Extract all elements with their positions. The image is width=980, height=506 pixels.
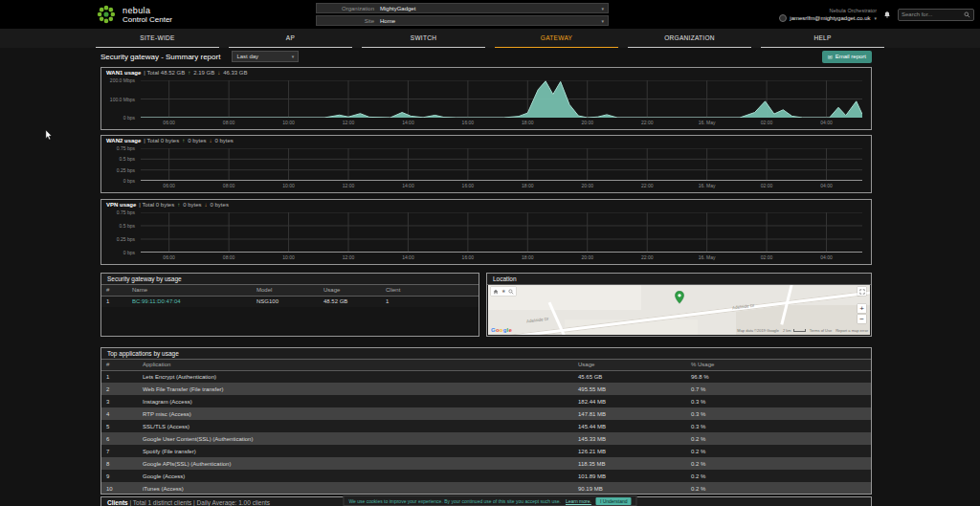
star-icon[interactable]: ★: [501, 287, 505, 296]
table-cell: Google APIs(SSL) (Authentication): [138, 457, 573, 470]
clients-title: Clients: [107, 499, 128, 506]
x-tick-label: 22:00: [641, 254, 654, 260]
column-header: #: [101, 285, 127, 296]
map-controls[interactable]: ★: [491, 287, 516, 296]
organization-value: MightyGadget: [380, 6, 415, 11]
table-header-row: #NameModelUsageClient: [101, 285, 479, 296]
chart-title: VPN usage: [106, 202, 136, 208]
y-tick-label: 0.75 bps: [117, 209, 135, 215]
chart-download-value: 0 bytes: [211, 202, 229, 208]
brand: nebula Control Center: [122, 6, 172, 24]
panel-title: Top applications by usage: [101, 348, 871, 360]
y-axis-labels: 200.0 Mbps100.0 Mbps0 bps: [101, 80, 138, 118]
chevron-down-icon: ▾: [874, 15, 877, 21]
brand-name: nebula: [122, 6, 172, 15]
notifications-bell-icon[interactable]: [883, 11, 891, 19]
chart-plot-area: [141, 80, 862, 118]
chart-canvas: [141, 148, 862, 181]
brand-subtitle: Control Center: [122, 15, 172, 24]
table-cell: Instagram (Access): [138, 395, 573, 407]
map-search-icon[interactable]: [508, 289, 514, 295]
map-zoom-in-button[interactable]: +: [858, 304, 866, 313]
y-tick-label: 0.5 bps: [120, 223, 135, 229]
x-tick-label: 06:00: [163, 254, 175, 260]
table-row: 6Google User Content(SSL) (Authenticatio…: [101, 432, 871, 445]
column-header: Application: [138, 360, 573, 370]
tab-organization[interactable]: ORGANIZATION: [628, 29, 751, 48]
table-cell: 5: [101, 420, 138, 432]
tab-help[interactable]: HELP: [761, 29, 884, 48]
search-icon[interactable]: [964, 11, 970, 18]
x-tick-label: 16. May: [699, 183, 716, 188]
table-cell: 6: [101, 432, 138, 445]
page-title: Security gateway - Summary report: [100, 53, 220, 61]
map-fullscreen-button[interactable]: [858, 287, 866, 296]
table-cell: 2: [101, 383, 138, 395]
column-header: Client: [381, 285, 479, 296]
x-tick-label: 20:00: [581, 254, 593, 260]
table-cell: Lets Encrypt (Authentication): [138, 370, 573, 383]
tab-site-wide[interactable]: SITE-WIDE: [96, 29, 219, 48]
time-range-select[interactable]: Last day ▾: [232, 51, 299, 62]
table-row: 9Google (Access)101.89 MB0.2 %: [101, 470, 871, 482]
device-link[interactable]: BC:99:11:D0:47:04: [127, 296, 252, 307]
table-cell: 4: [101, 407, 138, 420]
map-pin-icon[interactable]: [675, 291, 684, 304]
table-cell: 0.2 %: [686, 432, 871, 445]
table-cell: 8: [101, 457, 138, 470]
x-tick-label: 10:00: [282, 254, 295, 260]
gateway-usage-panel: Security gateway by usage #NameModelUsag…: [100, 273, 479, 337]
map-report-link[interactable]: Report a map error: [835, 328, 868, 333]
table-cell: 118.35 MB: [573, 457, 686, 470]
table-cell: 9: [101, 470, 138, 482]
tab-gateway[interactable]: GATEWAY: [495, 29, 618, 48]
chart-plot-area: [141, 148, 862, 181]
table-cell: Web File Transfer (File transfer): [138, 383, 573, 395]
table-cell: 1: [101, 296, 127, 307]
chart-upload-value: 0 bytes: [183, 202, 201, 208]
y-tick-label: 0.25 bps: [117, 236, 135, 242]
nebula-logo-icon: [96, 4, 117, 25]
account-menu[interactable]: Nebula Orchestrator jamesrlfm@mightygadg…: [779, 8, 877, 22]
upload-arrow-icon: ↑: [182, 138, 185, 143]
organization-select[interactable]: Organization MightyGadget ▾: [316, 3, 609, 13]
tab-ap[interactable]: AP: [229, 29, 352, 48]
table-cell: 48.52 GB: [319, 296, 381, 307]
map-zoom-out-button[interactable]: −: [858, 315, 866, 323]
top-header: nebula Control Center Organization Might…: [0, 0, 980, 29]
table-cell: 101.89 MB: [573, 470, 686, 482]
y-tick-label: 0.25 bps: [117, 167, 135, 173]
x-tick-label: 16. May: [699, 120, 716, 125]
column-header: Name: [127, 285, 252, 296]
chevron-down-icon: ▾: [292, 54, 295, 59]
table-cell: 0.3 %: [686, 407, 871, 420]
table-cell: 145.33 MB: [573, 432, 686, 445]
mouse-cursor: [45, 130, 53, 141]
gateway-table: #NameModelUsageClient 1BC:99:11:D0:47:04…: [101, 285, 479, 307]
table-row: 10iTunes (Access)90.19 MB0.2 %: [101, 482, 871, 495]
cookie-learn-more-link[interactable]: Learn more.: [566, 498, 591, 504]
cookie-accept-button[interactable]: I Understand: [596, 497, 632, 505]
y-axis-labels: 0.75 bps0.5 bps0.25 bps0 bps: [101, 148, 138, 181]
clients-detail: | Total 1 distinct clients | Daily Avera…: [129, 499, 270, 506]
tab-switch[interactable]: SWITCH: [362, 29, 485, 48]
table-cell: 96.8 %: [686, 370, 871, 383]
x-tick-label: 04:00: [820, 254, 833, 260]
column-header: Usage: [319, 285, 381, 296]
time-range-value: Last day: [236, 54, 258, 59]
x-tick-label: 16:00: [462, 183, 475, 188]
map[interactable]: Adelaide Dr Adelaide Dr ★ + − Google Map…: [488, 285, 870, 335]
location-panel: Location Adelaide Dr Adelaide Dr ★ + − G…: [486, 273, 872, 337]
home-icon[interactable]: [493, 289, 499, 295]
search-input[interactable]: [902, 11, 964, 17]
x-tick-label: 12:00: [343, 120, 355, 125]
search-box[interactable]: [898, 9, 974, 21]
chart-upload-value: 2.19 GB: [193, 70, 214, 76]
map-terms-link[interactable]: Terms of Use: [810, 328, 833, 333]
fullscreen-icon: [859, 289, 865, 295]
column-header: #: [101, 360, 138, 370]
account-email: jamesrlfm@mightygadget.co.uk: [790, 15, 870, 21]
x-tick-label: 08:00: [223, 183, 235, 188]
email-report-button[interactable]: ✉ Email report: [822, 51, 872, 63]
site-select[interactable]: Site Home ▾: [316, 15, 609, 26]
